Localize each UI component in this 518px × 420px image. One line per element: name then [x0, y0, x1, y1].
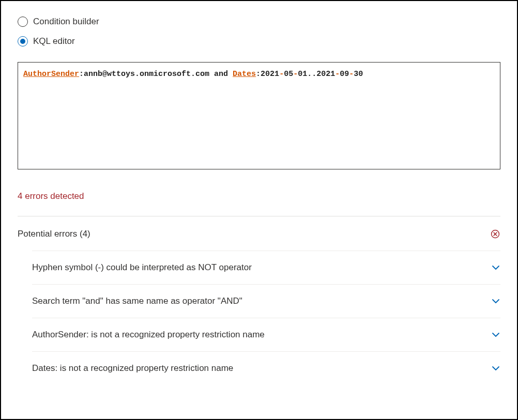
error-text: Search term "and" has same name as opera… — [32, 296, 242, 306]
query-token: 05 — [284, 70, 293, 79]
radio-label: Condition builder — [33, 17, 99, 27]
query-token: - — [293, 70, 298, 79]
error-row[interactable]: Hyphen symbol (-) could be interpreted a… — [32, 251, 500, 284]
radio-label: KQL editor — [33, 36, 75, 46]
error-row[interactable]: Dates: is not a recognized property rest… — [32, 351, 500, 385]
query-token: AuthorSender — [23, 70, 79, 79]
query-token: :2021 — [256, 70, 279, 79]
query-token: - — [349, 70, 354, 79]
section-title: Potential errors (4) — [18, 229, 90, 239]
query-token: 09 — [340, 70, 349, 79]
query-mode-radiogroup: Condition builder KQL editor — [18, 17, 500, 46]
chevron-down-icon — [491, 297, 500, 306]
error-text: Dates: is not a recognized property rest… — [32, 363, 233, 374]
chevron-down-icon — [491, 330, 500, 339]
error-row[interactable]: AuthorSender: is not a recognized proper… — [32, 318, 500, 351]
query-token: - — [279, 70, 284, 79]
chevron-down-icon — [491, 364, 500, 373]
error-row[interactable]: Search term "and" has same name as opera… — [32, 284, 500, 318]
chevron-down-icon — [491, 263, 500, 272]
query-token: :annb@wttoys.onmicrosoft.com and — [79, 70, 233, 79]
query-token: 30 — [354, 70, 363, 79]
close-circle-icon — [491, 229, 500, 239]
kql-query-editor[interactable]: AuthorSender:annb@wttoys.onmicrosoft.com… — [18, 62, 500, 169]
error-summary: 4 errors detected — [18, 191, 500, 201]
error-text: AuthorSender: is not a recognized proper… — [32, 330, 265, 340]
radio-kql-editor[interactable]: KQL editor — [18, 36, 500, 46]
error-list: Hyphen symbol (-) could be interpreted a… — [18, 251, 500, 385]
radio-icon — [18, 17, 28, 27]
query-token: Dates — [233, 70, 256, 79]
radio-condition-builder[interactable]: Condition builder — [18, 17, 500, 27]
potential-errors-header: Potential errors (4) — [18, 216, 500, 251]
query-token: - — [335, 70, 340, 79]
query-token: 01..2021 — [298, 70, 335, 79]
kql-editor-panel: Condition builder KQL editor AuthorSende… — [0, 0, 518, 420]
dismiss-errors-button[interactable] — [490, 229, 500, 239]
error-text: Hyphen symbol (-) could be interpreted a… — [32, 262, 252, 273]
radio-icon — [18, 36, 28, 46]
